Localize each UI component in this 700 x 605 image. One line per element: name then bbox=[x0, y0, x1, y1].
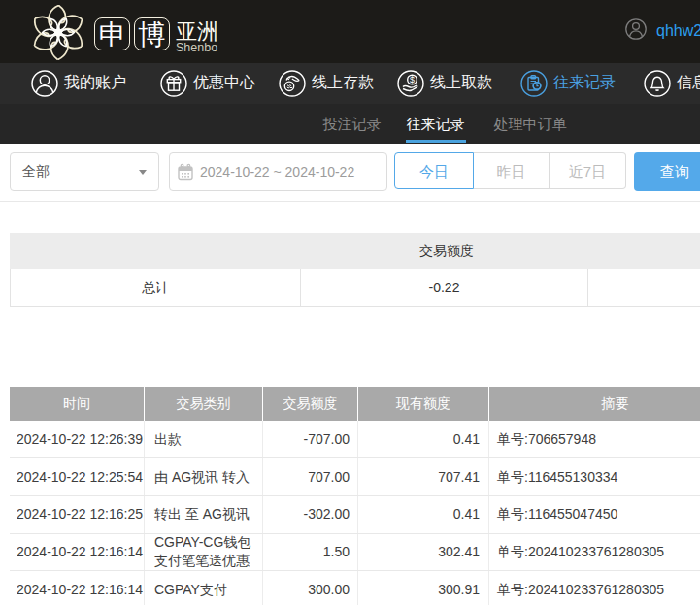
svg-text:$: $ bbox=[410, 75, 415, 84]
